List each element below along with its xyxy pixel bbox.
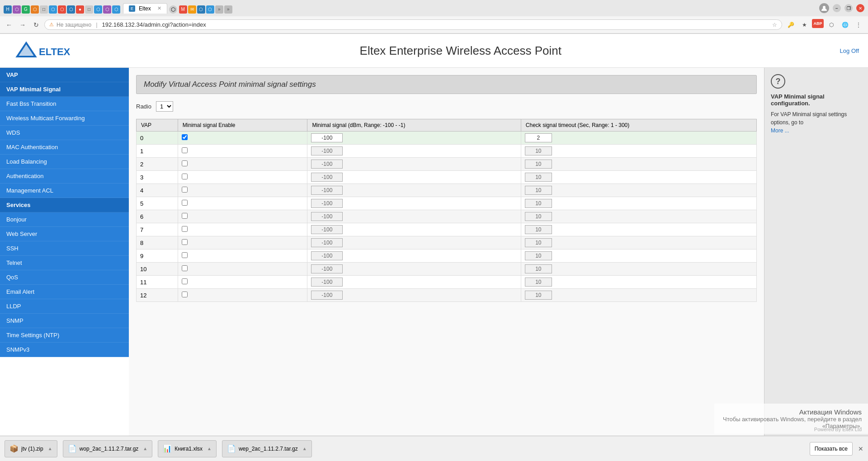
sidebar-item-services[interactable]: Services bbox=[0, 198, 129, 212]
key-icon[interactable]: 🔑 bbox=[785, 19, 797, 31]
enable-checkbox-7[interactable] bbox=[182, 226, 188, 232]
timeout-input-8[interactable] bbox=[525, 238, 552, 247]
active-browser-tab[interactable]: E Eltex ✕ bbox=[123, 3, 167, 14]
taskbar-item-0[interactable]: 📦jtv (1).zip▲ bbox=[5, 440, 57, 457]
taskbar-close-button[interactable]: ✕ bbox=[858, 445, 863, 452]
enable-checkbox-2[interactable] bbox=[182, 160, 188, 166]
minimize-button[interactable]: − bbox=[833, 4, 841, 12]
signal-input-4[interactable] bbox=[311, 186, 343, 195]
log-off-link[interactable]: Log Off bbox=[840, 47, 859, 54]
sidebar-item-snmpv3[interactable]: SNMPv3 bbox=[0, 343, 129, 357]
sidebar-item-ssh[interactable]: SSH bbox=[0, 241, 129, 256]
menu-btn[interactable]: ⋮ bbox=[853, 19, 864, 31]
signal-input-3[interactable] bbox=[311, 173, 343, 182]
enable-checkbox-0[interactable] bbox=[182, 134, 188, 140]
signal-input-0[interactable] bbox=[311, 133, 343, 142]
sidebar-item-web-server[interactable]: Web Server bbox=[0, 227, 129, 241]
signal-input-2[interactable] bbox=[311, 160, 343, 169]
enable-checkbox-10[interactable] bbox=[182, 265, 188, 271]
enable-checkbox-1[interactable] bbox=[182, 147, 188, 153]
help-more-link[interactable]: More ... bbox=[771, 127, 789, 134]
app-icon-11[interactable]: ⬡ bbox=[94, 5, 102, 14]
close-button[interactable]: ✕ bbox=[856, 4, 864, 12]
timeout-input-3[interactable] bbox=[525, 173, 552, 182]
signal-input-10[interactable] bbox=[311, 264, 343, 273]
timeout-input-5[interactable] bbox=[525, 199, 552, 208]
app-icon-1[interactable]: H bbox=[4, 5, 12, 14]
timeout-input-7[interactable] bbox=[525, 225, 552, 234]
app-icon-gmail[interactable]: M bbox=[179, 5, 187, 14]
show-all-button[interactable]: Показать все bbox=[810, 442, 853, 456]
enable-checkbox-8[interactable] bbox=[182, 239, 188, 245]
app-icon-9[interactable]: ● bbox=[76, 5, 84, 14]
sidebar-item-lldp[interactable]: LLDP bbox=[0, 299, 129, 314]
app-icon-3[interactable]: G bbox=[22, 5, 30, 14]
app-icon-12[interactable]: ⬡ bbox=[103, 5, 111, 14]
bookmark-icon[interactable]: ☆ bbox=[772, 22, 777, 28]
app-icon-2[interactable]: ⬡ bbox=[13, 5, 21, 14]
timeout-input-6[interactable] bbox=[525, 212, 552, 221]
enable-checkbox-12[interactable] bbox=[182, 292, 188, 297]
sidebar-item-wds[interactable]: WDS bbox=[0, 126, 129, 140]
signal-input-9[interactable] bbox=[311, 251, 343, 260]
sidebar-item-load-balancing[interactable]: Load Balancing bbox=[0, 155, 129, 169]
back-button[interactable]: ← bbox=[4, 19, 14, 30]
refresh-button[interactable]: ↻ bbox=[31, 19, 42, 30]
sidebar-item-authentication[interactable]: Authentication bbox=[0, 169, 129, 183]
timeout-input-1[interactable] bbox=[525, 146, 552, 155]
signal-input-1[interactable] bbox=[311, 146, 343, 155]
app-icon-5[interactable]: □ bbox=[40, 5, 48, 14]
new-tab-btn[interactable]: ⬡ bbox=[169, 5, 177, 14]
maximize-button[interactable]: ❐ bbox=[844, 4, 853, 12]
app-icon-mail[interactable]: ✉ bbox=[188, 5, 196, 14]
signal-input-5[interactable] bbox=[311, 199, 343, 208]
globe-btn[interactable]: 🌐 bbox=[839, 19, 851, 31]
sidebar-item-snmp[interactable]: SNMP bbox=[0, 314, 129, 328]
bookmark-star-btn[interactable]: ★ bbox=[798, 19, 810, 31]
sidebar-item-fast-bss-transition[interactable]: Fast Bss Transition bbox=[0, 97, 129, 111]
extensions-btn[interactable]: ⬡ bbox=[826, 19, 837, 31]
sidebar-item-qos[interactable]: QoS bbox=[0, 270, 129, 285]
timeout-input-4[interactable] bbox=[525, 186, 552, 195]
app-icon-8[interactable]: ⬡ bbox=[67, 5, 75, 14]
enable-checkbox-5[interactable] bbox=[182, 200, 188, 206]
enable-checkbox-9[interactable] bbox=[182, 252, 188, 258]
sidebar-item-wireless-multicast-forwarding[interactable]: Wireless Multicast Forwarding bbox=[0, 111, 129, 126]
signal-input-12[interactable] bbox=[311, 291, 343, 300]
timeout-input-12[interactable] bbox=[525, 291, 552, 300]
app-icon-6[interactable]: ⬡ bbox=[49, 5, 57, 14]
enable-checkbox-6[interactable] bbox=[182, 213, 188, 219]
timeout-input-11[interactable] bbox=[525, 278, 552, 287]
taskbar-item-1[interactable]: 📄wop_2ac_1.11.2.7.tar.gz▲ bbox=[63, 440, 153, 457]
sidebar-item-telnet[interactable]: Telnet bbox=[0, 256, 129, 270]
timeout-input-2[interactable] bbox=[525, 160, 552, 169]
signal-input-11[interactable] bbox=[311, 278, 343, 287]
app-icon-extra[interactable]: ⬡ bbox=[197, 5, 205, 14]
radio-select[interactable]: 1 2 bbox=[156, 101, 173, 112]
app-icon-4[interactable]: ⬡ bbox=[31, 5, 39, 14]
app-icon-overflow2[interactable]: » bbox=[224, 5, 232, 14]
app-icon-10[interactable]: □ bbox=[85, 5, 93, 14]
taskbar-item-3[interactable]: 📄wep_2ac_1.11.2.7.tar.gz▲ bbox=[222, 440, 312, 457]
timeout-input-0[interactable] bbox=[525, 133, 552, 142]
signal-input-6[interactable] bbox=[311, 212, 343, 221]
forward-button[interactable]: → bbox=[17, 19, 28, 30]
sidebar-item-vap[interactable]: VAP bbox=[0, 68, 129, 82]
app-icon-7[interactable]: ⬡ bbox=[58, 5, 66, 14]
sidebar-item-vap-minimal-signal[interactable]: VAP Minimal Signal bbox=[0, 82, 129, 97]
sidebar-item-email-alert[interactable]: Email Alert bbox=[0, 285, 129, 299]
signal-input-8[interactable] bbox=[311, 238, 343, 247]
sidebar-item-bonjour[interactable]: Bonjour bbox=[0, 212, 129, 227]
tab-close-icon[interactable]: ✕ bbox=[157, 5, 161, 11]
app-icon-extra2[interactable]: ⬡ bbox=[206, 5, 214, 14]
enable-checkbox-11[interactable] bbox=[182, 278, 188, 284]
enable-checkbox-3[interactable] bbox=[182, 174, 188, 179]
signal-input-7[interactable] bbox=[311, 225, 343, 234]
sidebar-item-mac-authentication[interactable]: MAC Authentication bbox=[0, 140, 129, 155]
profile-icon[interactable] bbox=[819, 3, 829, 13]
app-icon-overflow[interactable]: » bbox=[215, 5, 223, 14]
sidebar-item-time-settings-(ntp)[interactable]: Time Settings (NTP) bbox=[0, 328, 129, 343]
timeout-input-10[interactable] bbox=[525, 264, 552, 273]
app-icon-13[interactable]: ⬡ bbox=[112, 5, 120, 14]
sidebar-item-management-acl[interactable]: Management ACL bbox=[0, 183, 129, 198]
